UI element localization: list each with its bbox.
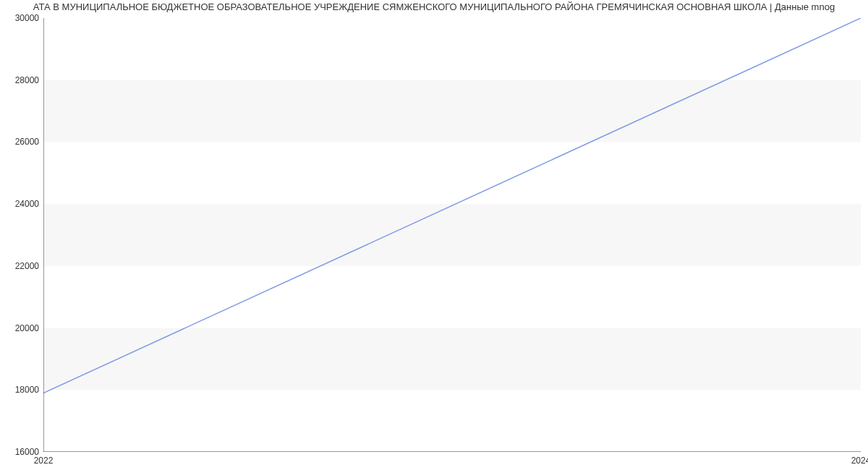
y-tick-label: 26000 — [15, 137, 39, 147]
chart-svg — [43, 18, 861, 452]
y-tick-label: 24000 — [15, 199, 39, 209]
x-tick-label: 2024 — [851, 456, 868, 466]
svg-rect-2 — [43, 80, 861, 142]
y-tick-label: 22000 — [15, 261, 39, 271]
svg-rect-1 — [43, 204, 861, 266]
x-tick-label: 2022 — [34, 456, 54, 466]
chart-title: АТА В МУНИЦИПАЛЬНОЕ БЮДЖЕТНОЕ ОБРАЗОВАТЕ… — [0, 1, 868, 12]
y-tick-label: 30000 — [15, 13, 39, 23]
chart-container: АТА В МУНИЦИПАЛЬНОЕ БЮДЖЕТНОЕ ОБРАЗОВАТЕ… — [0, 0, 868, 470]
y-tick-label: 20000 — [15, 323, 39, 333]
plot-area — [43, 18, 861, 452]
y-tick-label: 18000 — [15, 385, 39, 395]
y-tick-label: 28000 — [15, 75, 39, 85]
